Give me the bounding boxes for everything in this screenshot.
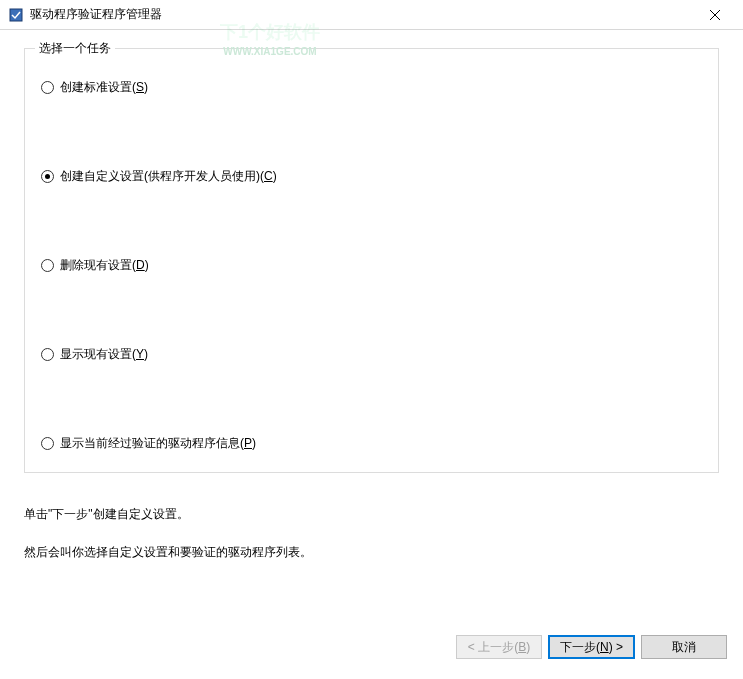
radio-create-standard[interactable]: 创建标准设置(S) <box>41 79 702 96</box>
app-icon <box>8 7 24 23</box>
radio-label: 显示当前经过验证的驱动程序信息(P) <box>60 435 256 452</box>
description-line-1: 单击"下一步"创建自定义设置。 <box>24 505 719 523</box>
radio-icon <box>41 81 54 94</box>
title-bar: 驱动程序验证程序管理器 <box>0 0 743 30</box>
radio-icon <box>41 437 54 450</box>
back-button: < 上一步(B) <box>456 635 542 659</box>
cancel-button[interactable]: 取消 <box>641 635 727 659</box>
radio-icon <box>41 259 54 272</box>
description-line-2: 然后会叫你选择自定义设置和要验证的驱动程序列表。 <box>24 543 719 561</box>
radio-label: 显示现有设置(Y) <box>60 346 148 363</box>
radio-label: 创建标准设置(S) <box>60 79 148 96</box>
close-button[interactable] <box>695 1 735 29</box>
radio-icon <box>41 348 54 361</box>
radio-delete-existing[interactable]: 删除现有设置(D) <box>41 257 702 274</box>
radio-show-verified[interactable]: 显示当前经过验证的驱动程序信息(P) <box>41 435 702 452</box>
radio-label: 创建自定义设置(供程序开发人员使用)(C) <box>60 168 277 185</box>
content-area: 选择一个任务 创建标准设置(S) 创建自定义设置(供程序开发人员使用)(C) 删… <box>0 30 743 561</box>
button-bar: < 上一步(B) 下一步(N) > 取消 <box>456 635 727 659</box>
next-button[interactable]: 下一步(N) > <box>548 635 635 659</box>
svg-rect-0 <box>10 9 22 21</box>
radio-show-existing[interactable]: 显示现有设置(Y) <box>41 346 702 363</box>
radio-icon <box>41 170 54 183</box>
task-groupbox: 选择一个任务 创建标准设置(S) 创建自定义设置(供程序开发人员使用)(C) 删… <box>24 48 719 473</box>
description-text: 单击"下一步"创建自定义设置。 然后会叫你选择自定义设置和要验证的驱动程序列表。 <box>24 505 719 561</box>
window-title: 驱动程序验证程序管理器 <box>30 6 695 23</box>
radio-label: 删除现有设置(D) <box>60 257 149 274</box>
groupbox-legend: 选择一个任务 <box>35 40 115 57</box>
radio-create-custom[interactable]: 创建自定义设置(供程序开发人员使用)(C) <box>41 168 702 185</box>
